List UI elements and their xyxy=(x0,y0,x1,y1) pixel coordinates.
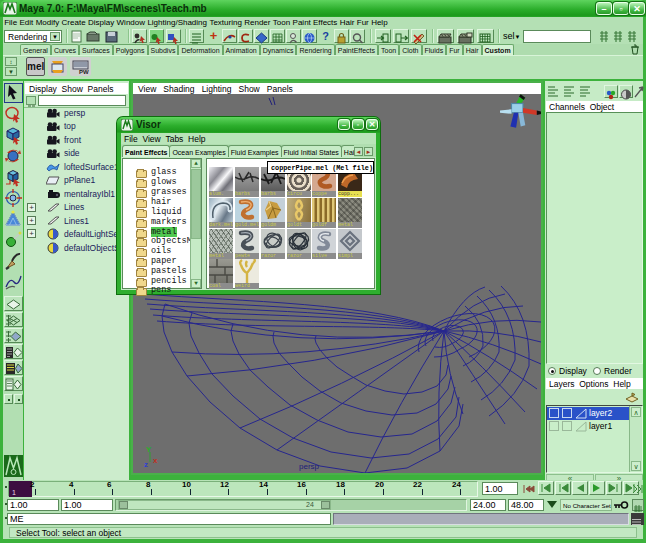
svg-text:persp: persp xyxy=(299,462,320,471)
svg-text:z: z xyxy=(144,460,148,469)
svg-text:Y: Y xyxy=(146,445,152,454)
svg-text:x: x xyxy=(153,456,158,465)
svg-text:PW: PW xyxy=(79,69,89,75)
